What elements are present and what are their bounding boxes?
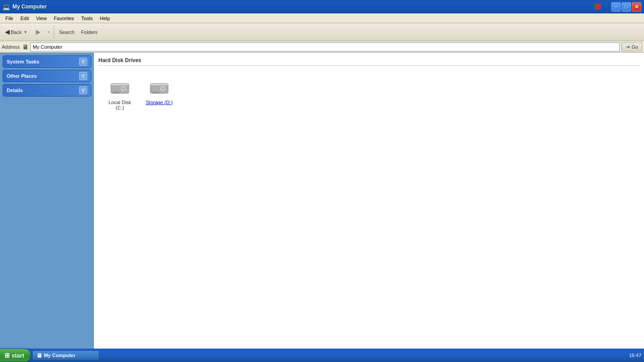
svg-rect-4 — [113, 92, 120, 93]
forward-arrow-icon: ▶ — [36, 28, 41, 35]
main-content: System Tasks ▽ Other Places ▽ Details ▽ — [0, 53, 644, 349]
hdd-icon-c — [109, 78, 131, 96]
title-bar: My Computer ⊞ ─ □ ✕ — [0, 0, 644, 13]
forward-dropdown[interactable]: ▼ — [45, 25, 52, 40]
menu-help[interactable]: Help — [96, 15, 114, 22]
start-button[interactable]: ⊞ start — [0, 349, 30, 362]
xp-logo-red: ⊞ — [594, 2, 601, 12]
title-bar-icon — [3, 3, 10, 10]
other-places-header[interactable]: Other Places ▽ — [3, 70, 91, 82]
back-dropdown-arrow[interactable]: ▼ — [22, 30, 28, 34]
toolbar: ◀ Back ▼ ▶ ▼ Search Folders — [0, 23, 644, 41]
window-controls: ─ □ ✕ — [611, 2, 641, 12]
winxp-logo: ⊞ — [586, 0, 609, 13]
menu-tools[interactable]: Tools — [78, 15, 97, 22]
back-button[interactable]: ◀ Back ▼ — [2, 25, 31, 40]
menu-bar: File Edit View Favorites Tools Help — [0, 13, 644, 23]
details-collapse-icon[interactable]: ▽ — [79, 86, 87, 94]
go-button[interactable]: ➜ Go — [622, 42, 642, 51]
back-label: Back — [11, 29, 21, 35]
maximize-button[interactable]: □ — [622, 2, 631, 12]
drive-d-icon — [148, 76, 170, 98]
svg-rect-11 — [151, 84, 168, 85]
menu-view[interactable]: View — [33, 15, 51, 22]
address-bar: Address 🖥 My Computer ➜ Go — [0, 41, 644, 53]
other-places-label: Other Places — [7, 73, 37, 79]
folders-label: Folders — [81, 29, 97, 35]
title-bar-title: My Computer — [13, 4, 586, 10]
close-button[interactable]: ✕ — [632, 2, 641, 12]
drive-d[interactable]: Storage (D:) — [141, 73, 177, 114]
details-label: Details — [7, 88, 23, 93]
sidebar: System Tasks ▽ Other Places ▽ Details ▽ — [0, 53, 94, 349]
search-button[interactable]: Search — [55, 25, 78, 40]
file-area: Hard Disk Drives — [94, 53, 644, 349]
hdd-icon-d — [148, 78, 170, 96]
folders-button[interactable]: Folders — [78, 25, 101, 40]
taskbar-clock: 16:47 — [629, 353, 641, 358]
drive-d-label: Storage (D:) — [146, 100, 173, 105]
back-arrow-icon: ◀ — [5, 28, 10, 35]
go-arrow-icon: ➜ — [626, 44, 630, 50]
system-tasks-panel: System Tasks ▽ — [3, 55, 91, 68]
search-label: Search — [59, 29, 75, 35]
details-header[interactable]: Details ▽ — [3, 84, 91, 97]
forward-dropdown-arrow: ▼ — [47, 30, 51, 34]
svg-rect-10 — [152, 92, 159, 93]
system-tasks-header[interactable]: System Tasks ▽ — [3, 55, 91, 68]
svg-point-3 — [122, 87, 125, 90]
taskbar-window-icon: 🖥 — [36, 352, 42, 359]
go-label: Go — [631, 44, 638, 50]
svg-point-9 — [161, 87, 164, 90]
system-tasks-collapse-icon[interactable]: ▽ — [79, 58, 87, 66]
minimize-button[interactable]: ─ — [611, 2, 621, 12]
menu-edit[interactable]: Edit — [17, 15, 33, 22]
address-input[interactable]: My Computer — [30, 42, 620, 51]
address-label: Address — [2, 44, 20, 50]
start-logo-icon: ⊞ — [4, 352, 10, 359]
taskbar-window-item[interactable]: 🖥 My Computer — [32, 350, 99, 360]
drive-c-icon — [109, 76, 131, 98]
menu-file[interactable]: File — [2, 15, 17, 22]
other-places-collapse-icon[interactable]: ▽ — [79, 72, 87, 80]
address-icon: 🖥 — [22, 43, 29, 51]
start-label: start — [12, 352, 24, 359]
back-group: ◀ Back ▼ ▶ ▼ — [2, 25, 52, 40]
drive-c[interactable]: Local Disk (C:) — [102, 73, 138, 114]
address-value: My Computer — [33, 44, 62, 50]
toolbar-separator-1 — [54, 25, 54, 39]
menu-favorites[interactable]: Favorites — [50, 15, 77, 22]
taskbar-window-label: My Computer — [44, 353, 75, 358]
details-panel: Details ▽ — [3, 84, 91, 97]
forward-button[interactable]: ▶ — [31, 25, 45, 40]
drives-grid: Local Disk (C:) Storage (D:) — [98, 69, 640, 118]
other-places-panel: Other Places ▽ — [3, 70, 91, 82]
svg-rect-5 — [111, 84, 128, 85]
system-tasks-label: System Tasks — [7, 59, 39, 64]
section-title: Hard Disk Drives — [98, 57, 640, 66]
taskbar: ⊞ start 🖥 My Computer 16:47 — [0, 349, 644, 362]
drive-c-label: Local Disk (C:) — [106, 100, 134, 110]
